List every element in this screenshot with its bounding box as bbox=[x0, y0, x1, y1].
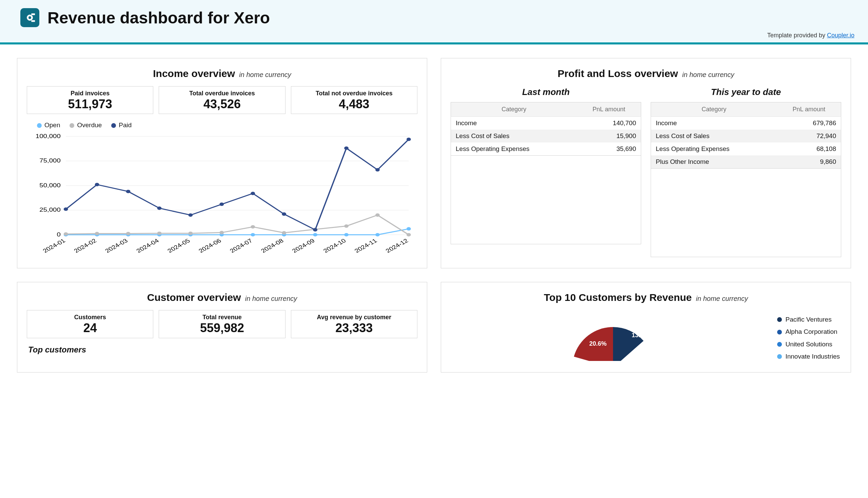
svg-rect-2 bbox=[31, 21, 35, 22]
legend-dot-icon bbox=[777, 317, 782, 322]
pnl-table: CategoryPnL amountIncome679,786Less Cost… bbox=[651, 102, 841, 169]
svg-point-48 bbox=[406, 233, 411, 236]
svg-point-54 bbox=[219, 202, 224, 206]
table-row: Less Operating Expenses35,690 bbox=[451, 143, 641, 156]
svg-text:0: 0 bbox=[57, 232, 61, 238]
svg-rect-1 bbox=[31, 13, 35, 15]
pnl-caption: This year to date bbox=[651, 87, 841, 97]
svg-text:2024-05: 2024-05 bbox=[166, 237, 191, 254]
table-row: Less Cost of Sales15,900 bbox=[451, 130, 641, 143]
kpi-not-overdue-invoices: Total not overdue invoices 4,483 bbox=[291, 86, 417, 114]
svg-text:2024-06: 2024-06 bbox=[197, 237, 223, 254]
svg-point-60 bbox=[406, 138, 411, 141]
brand-icon bbox=[24, 12, 36, 24]
top-customers-card: Top 10 Customers by Revenue in home curr… bbox=[441, 282, 851, 372]
pnl-column: This year to dateCategoryPnL amountIncom… bbox=[651, 86, 841, 257]
kpi-paid-invoices: Paid invoices 511,973 bbox=[27, 86, 153, 114]
pnl-overview-card: Profit and Loss overview in home currenc… bbox=[441, 58, 851, 268]
table-row: Less Cost of Sales72,940 bbox=[651, 130, 841, 143]
svg-text:2024-12: 2024-12 bbox=[384, 237, 410, 254]
legend-dot-icon bbox=[777, 354, 782, 359]
svg-text:50,000: 50,000 bbox=[39, 183, 61, 188]
svg-point-41 bbox=[188, 232, 193, 235]
svg-text:25,000: 25,000 bbox=[39, 207, 61, 213]
svg-point-49 bbox=[64, 208, 68, 211]
income-chart-legend: Open Overdue Paid bbox=[27, 119, 417, 130]
svg-text:2024-11: 2024-11 bbox=[353, 237, 378, 254]
svg-text:2024-08: 2024-08 bbox=[259, 237, 285, 254]
svg-point-53 bbox=[188, 213, 193, 217]
top-customers-label: Top customers bbox=[28, 345, 416, 354]
legend-item: United Solutions bbox=[777, 338, 840, 351]
top-customers-donut: 13.5%20.6% bbox=[452, 313, 767, 361]
svg-text:100,000: 100,000 bbox=[36, 133, 61, 140]
legend-dot-open bbox=[37, 123, 42, 128]
svg-point-51 bbox=[126, 190, 131, 193]
svg-point-34 bbox=[344, 233, 349, 236]
coupler-link[interactable]: Coupler.io bbox=[827, 32, 854, 39]
svg-point-35 bbox=[375, 233, 380, 236]
page-title: Revenue dashboard for Xero bbox=[48, 9, 270, 27]
kpi-customers: Customers 24 bbox=[27, 310, 153, 338]
svg-text:2024-04: 2024-04 bbox=[135, 237, 160, 254]
brand-logo bbox=[21, 8, 39, 27]
kpi-avg-revenue: Avg revenue by customer 23,333 bbox=[291, 310, 417, 338]
card-title: Top 10 Customers by Revenue in home curr… bbox=[451, 292, 841, 303]
svg-text:2024-01: 2024-01 bbox=[41, 237, 67, 254]
svg-text:2024-07: 2024-07 bbox=[228, 237, 254, 254]
kpi-total-revenue: Total revenue 559,982 bbox=[159, 310, 285, 338]
svg-point-39 bbox=[126, 232, 131, 235]
svg-point-58 bbox=[344, 146, 349, 150]
legend-item: Pacific Ventures bbox=[777, 313, 840, 326]
pnl-table: CategoryPnL amountIncome140,700Less Cost… bbox=[451, 102, 641, 156]
svg-point-37 bbox=[64, 232, 68, 236]
svg-text:2024-09: 2024-09 bbox=[291, 237, 316, 254]
table-row: Plus Other Income9,860 bbox=[651, 155, 841, 169]
top-customers-legend: Pacific VenturesAlpha CorporationUnited … bbox=[777, 313, 840, 362]
svg-point-59 bbox=[375, 168, 380, 172]
card-title: Income overview in home currency bbox=[27, 68, 417, 79]
legend-dot-overdue bbox=[69, 123, 74, 128]
kpi-overdue-invoices: Total overdue invoices 43,526 bbox=[159, 86, 285, 114]
table-row: Less Operating Expenses68,108 bbox=[651, 143, 841, 155]
svg-point-44 bbox=[282, 231, 286, 235]
svg-point-55 bbox=[251, 192, 255, 195]
customer-overview-card: Customer overview in home currency Custo… bbox=[17, 282, 427, 372]
svg-point-33 bbox=[313, 233, 317, 236]
legend-item: Innovate Industries bbox=[777, 351, 840, 363]
svg-point-52 bbox=[157, 207, 162, 210]
svg-point-42 bbox=[219, 231, 224, 234]
svg-point-0 bbox=[28, 16, 32, 20]
income-line-chart: 025,00050,00075,000100,0002024-012024-02… bbox=[27, 130, 417, 259]
legend-dot-icon bbox=[777, 342, 782, 347]
svg-point-56 bbox=[282, 212, 286, 216]
svg-text:75,000: 75,000 bbox=[39, 158, 61, 164]
svg-point-36 bbox=[406, 227, 411, 231]
template-credit: Template provided by Coupler.io bbox=[21, 32, 854, 41]
svg-point-50 bbox=[95, 183, 99, 186]
customer-kpis: Customers 24 Total revenue 559,982 Avg r… bbox=[27, 310, 417, 338]
card-title: Profit and Loss overview in home currenc… bbox=[451, 68, 841, 79]
pnl-caption: Last month bbox=[451, 87, 641, 97]
table-row: Income679,786 bbox=[651, 117, 841, 130]
svg-text:2024-10: 2024-10 bbox=[322, 237, 347, 254]
svg-point-47 bbox=[375, 213, 380, 217]
banner: Revenue dashboard for Xero Template prov… bbox=[0, 0, 868, 44]
card-title: Customer overview in home currency bbox=[27, 292, 417, 303]
svg-point-40 bbox=[157, 232, 162, 235]
income-overview-card: Income overview in home currency Paid in… bbox=[17, 58, 427, 268]
svg-point-46 bbox=[344, 225, 349, 228]
svg-point-31 bbox=[251, 233, 255, 236]
pnl-column: Last monthCategoryPnL amountIncome140,70… bbox=[451, 86, 641, 257]
income-kpis: Paid invoices 511,973 Total overdue invo… bbox=[27, 86, 417, 114]
legend-item: Alpha Corporation bbox=[777, 326, 840, 338]
legend-dot-paid bbox=[111, 123, 116, 128]
legend-dot-icon bbox=[777, 330, 782, 335]
svg-text:20.6%: 20.6% bbox=[589, 340, 606, 347]
svg-text:13.5%: 13.5% bbox=[632, 332, 649, 339]
svg-text:2024-02: 2024-02 bbox=[72, 237, 98, 254]
svg-text:2024-03: 2024-03 bbox=[104, 237, 129, 254]
svg-point-38 bbox=[95, 232, 99, 235]
svg-point-43 bbox=[251, 225, 255, 228]
table-row: Income140,700 bbox=[451, 117, 641, 130]
